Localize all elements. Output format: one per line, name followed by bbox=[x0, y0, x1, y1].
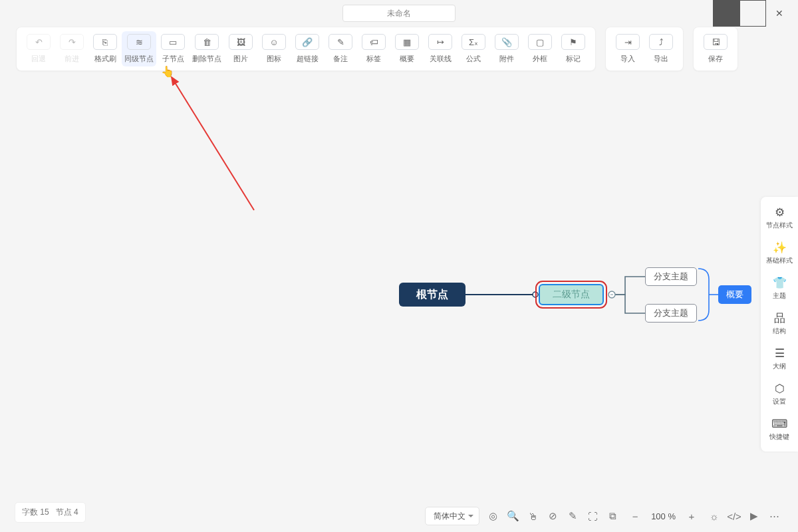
zoom-in-button[interactable]: + bbox=[682, 507, 701, 525]
toolbar-标记[interactable]: ⚑标记 bbox=[557, 31, 590, 66]
branch-node-2[interactable]: 分支主题 bbox=[645, 304, 697, 323]
panel-label: 快捷键 bbox=[769, 432, 789, 442]
bottom-icon-1[interactable]: 🔍 bbox=[503, 507, 522, 525]
panel-大纲[interactable]: ☰大纲 bbox=[761, 342, 798, 377]
panel-icon: ☰ bbox=[775, 348, 785, 359]
bottom-bar: 简体中文 ◎🔍🖱⊘✎⛶⧉ − 100 % + ☼</>▶⋯ bbox=[425, 507, 783, 525]
window-controls: ✕ bbox=[713, 0, 793, 27]
panel-label: 主题 bbox=[773, 291, 786, 301]
minimize-button[interactable] bbox=[713, 0, 739, 27]
svg-point-3 bbox=[608, 291, 615, 298]
toolbar-icon: 📎 bbox=[495, 34, 519, 50]
canvas[interactable]: 根节点 二级节点 分支主题 分支主题 概要 bbox=[0, 72, 798, 505]
toolbar-save: 🖫保存 bbox=[693, 27, 738, 71]
toolbar-格式刷[interactable]: ⎘格式刷 bbox=[88, 31, 122, 66]
bottom-icon-2[interactable]: 🖱 bbox=[523, 507, 542, 525]
panel-节点样式[interactable]: ⚙节点样式 bbox=[761, 201, 798, 236]
toolbar-label: 导出 bbox=[654, 54, 668, 64]
panel-label: 节点样式 bbox=[766, 221, 793, 230]
toolbar-回退: ↶回退 bbox=[22, 31, 55, 66]
panel-基础样式[interactable]: ✨基础样式 bbox=[761, 236, 798, 271]
close-button[interactable]: ✕ bbox=[766, 0, 793, 27]
panel-icon: ✨ bbox=[773, 242, 787, 253]
root-node[interactable]: 根节点 bbox=[399, 283, 466, 307]
toolbar-icon: ↷ bbox=[60, 34, 84, 50]
toolbar-外框[interactable]: ▢外框 bbox=[523, 31, 557, 66]
toolbar-icon: ▦ bbox=[395, 34, 419, 50]
panel-设置[interactable]: ⬡设置 bbox=[761, 377, 798, 412]
toolbar-图标[interactable]: ☺图标 bbox=[257, 31, 291, 66]
toolbar-公式[interactable]: Σₓ公式 bbox=[457, 31, 490, 66]
language-select[interactable]: 简体中文 bbox=[425, 507, 479, 525]
bottom2-icon-1[interactable]: </> bbox=[725, 507, 743, 525]
toolbar-label: 同级节点 bbox=[124, 54, 154, 64]
toolbar-删除节点[interactable]: 🗑删除节点 bbox=[190, 31, 224, 66]
toolbar-label: 格式刷 bbox=[94, 54, 116, 64]
toolbar-关联线[interactable]: ↦关联线 bbox=[424, 31, 457, 66]
toolbar-icon: 🔗 bbox=[295, 34, 319, 50]
word-count: 字数 15 bbox=[22, 507, 49, 518]
toolbar-icon: 🏷 bbox=[362, 34, 386, 50]
toolbar-备注[interactable]: ✎备注 bbox=[324, 31, 357, 66]
toolbar-icon: 🖫 bbox=[704, 34, 728, 50]
panel-快捷键[interactable]: ⌨快捷键 bbox=[761, 412, 798, 448]
toolbar-导入[interactable]: ⇥导入 bbox=[611, 31, 644, 66]
toolbar-icon: ▭ bbox=[161, 34, 185, 50]
toolbar-label: 超链接 bbox=[297, 54, 319, 64]
toolbar-icon: ⚑ bbox=[561, 34, 585, 50]
toolbar-icon: ⤴ bbox=[649, 34, 673, 50]
panel-结构[interactable]: 品结构 bbox=[761, 307, 798, 342]
maximize-button[interactable] bbox=[739, 0, 766, 27]
title-input[interactable]: 未命名 bbox=[342, 5, 456, 22]
toolbar-label: 保存 bbox=[708, 54, 723, 64]
bottom2-icon-2[interactable]: ▶ bbox=[745, 507, 763, 525]
toolbar-label: 标记 bbox=[566, 54, 581, 64]
bottom2-icon-0[interactable]: ☼ bbox=[705, 507, 724, 525]
toolbar-label: 附件 bbox=[499, 54, 514, 64]
annotation-arrow bbox=[0, 72, 266, 218]
bottom-icon-6[interactable]: ⧉ bbox=[603, 507, 622, 525]
toolbar-io: ⇥导入⤴导出 bbox=[605, 27, 684, 71]
bottom-icon-4[interactable]: ✎ bbox=[563, 507, 582, 525]
bottom-icon-5[interactable]: ⛶ bbox=[583, 507, 602, 525]
toolbar-icon: ≋ bbox=[127, 34, 151, 50]
toolbar-label: 备注 bbox=[333, 54, 348, 64]
toolbar-子节点[interactable]: ▭子节点 bbox=[156, 31, 190, 66]
panel-label: 设置 bbox=[773, 397, 786, 406]
panel-icon: ⚙ bbox=[775, 207, 785, 218]
toolbar-标签[interactable]: 🏷标签 bbox=[357, 31, 390, 66]
toolbar-前进: ↷前进 bbox=[55, 31, 88, 66]
toolbar-icon: ▢ bbox=[528, 34, 552, 50]
toolbar-icon: Σₓ bbox=[462, 34, 485, 50]
bottom-icon-3[interactable]: ⊘ bbox=[543, 507, 562, 525]
toolbar-label: 导入 bbox=[620, 54, 635, 64]
toolbar-同级节点[interactable]: ≋同级节点 bbox=[122, 31, 156, 66]
toolbar-label: 前进 bbox=[65, 54, 79, 64]
node-count: 节点 4 bbox=[56, 507, 78, 518]
status-bar: 字数 15 节点 4 bbox=[15, 502, 86, 523]
toolbar-label: 子节点 bbox=[162, 54, 184, 64]
bottom2-icon-3[interactable]: ⋯ bbox=[765, 507, 783, 525]
summary-node[interactable]: 概要 bbox=[718, 285, 751, 304]
toolbar-导出[interactable]: ⤴导出 bbox=[644, 31, 678, 66]
panel-label: 结构 bbox=[773, 327, 786, 336]
zoom-out-button[interactable]: − bbox=[626, 507, 644, 525]
panel-icon: ⬡ bbox=[775, 383, 785, 394]
second-level-node[interactable]: 二级节点 bbox=[539, 284, 604, 305]
toolbar-概要[interactable]: ▦概要 bbox=[390, 31, 424, 66]
panel-label: 大纲 bbox=[773, 362, 786, 371]
toolbar-图片[interactable]: 🖼图片 bbox=[224, 31, 257, 66]
toolbar-icon: ☺ bbox=[262, 34, 286, 50]
bottom-icon-0[interactable]: ◎ bbox=[483, 507, 502, 525]
toolbar-超链接[interactable]: 🔗超链接 bbox=[291, 31, 324, 66]
toolbar-icon: ⇥ bbox=[616, 34, 640, 50]
branch-node-1[interactable]: 分支主题 bbox=[645, 267, 697, 286]
panel-主题[interactable]: 👕主题 bbox=[761, 271, 798, 307]
toolbar-area: ↶回退↷前进⎘格式刷≋同级节点▭子节点🗑删除节点🖼图片☺图标🔗超链接✎备注🏷标签… bbox=[0, 27, 798, 71]
toolbar-label: 概要 bbox=[400, 54, 414, 64]
toolbar-保存[interactable]: 🖫保存 bbox=[699, 31, 732, 66]
toolbar-附件[interactable]: 📎附件 bbox=[490, 31, 523, 66]
right-panel: ⚙节点样式✨基础样式👕主题品结构☰大纲⬡设置⌨快捷键 bbox=[761, 197, 798, 452]
panel-icon: 👕 bbox=[773, 277, 787, 289]
svg-point-2 bbox=[533, 292, 538, 297]
